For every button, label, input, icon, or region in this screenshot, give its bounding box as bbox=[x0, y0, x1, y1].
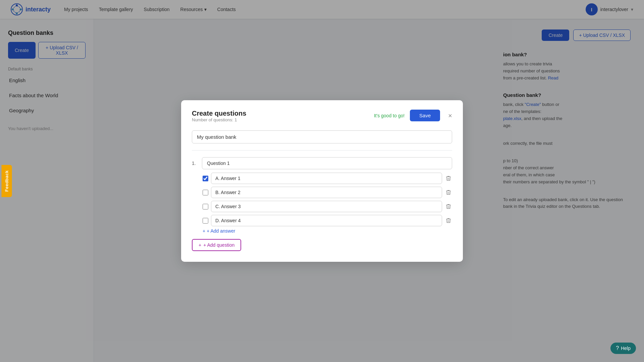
answer-input-c[interactable] bbox=[211, 201, 442, 212]
trash-icon bbox=[445, 218, 451, 224]
good-to-go-label: It's good to go! bbox=[374, 113, 405, 118]
delete-answer-d-button[interactable] bbox=[445, 217, 452, 224]
help-icon: ? bbox=[616, 345, 619, 351]
question-row-1: 1. bbox=[192, 157, 452, 169]
question-input-1[interactable] bbox=[202, 157, 452, 169]
feedback-tab[interactable]: Feedback bbox=[1, 165, 12, 197]
answer-row-a bbox=[203, 173, 452, 184]
modal-overlay: Create questions Number of questions: 1 … bbox=[0, 0, 644, 362]
modal-header: Create questions Number of questions: 1 … bbox=[192, 110, 452, 128]
answer-row-b bbox=[203, 187, 452, 198]
help-button[interactable]: ? Help bbox=[610, 343, 636, 354]
answer-checkbox-b[interactable] bbox=[203, 190, 208, 195]
delete-answer-a-button[interactable] bbox=[445, 175, 452, 182]
save-button[interactable]: Save bbox=[410, 110, 440, 121]
delete-answer-b-button[interactable] bbox=[445, 189, 452, 196]
answer-checkbox-a[interactable] bbox=[203, 176, 208, 181]
add-answer-button[interactable]: + + Add answer bbox=[192, 226, 235, 234]
modal-title: Create questions bbox=[192, 110, 246, 117]
delete-answer-c-button[interactable] bbox=[445, 203, 452, 210]
trash-icon bbox=[445, 189, 451, 195]
modal-divider bbox=[192, 150, 452, 150]
answers-list-1 bbox=[192, 173, 452, 226]
modal: Create questions Number of questions: 1 … bbox=[181, 100, 463, 262]
modal-title-group: Create questions Number of questions: 1 bbox=[192, 110, 246, 128]
answer-input-b[interactable] bbox=[211, 187, 442, 198]
answer-checkbox-d[interactable] bbox=[203, 218, 208, 224]
answer-row-c bbox=[203, 201, 452, 212]
trash-icon bbox=[445, 175, 451, 181]
add-question-button[interactable]: + + Add question bbox=[192, 239, 241, 251]
answer-input-d[interactable] bbox=[211, 215, 442, 226]
close-button[interactable]: × bbox=[448, 112, 452, 119]
plus-icon: + bbox=[203, 228, 205, 234]
modal-header-right: It's good to go! Save × bbox=[374, 110, 452, 121]
question-block-1: 1. bbox=[192, 157, 452, 234]
question-num-1: 1. bbox=[192, 161, 199, 166]
answer-input-a[interactable] bbox=[211, 173, 442, 184]
bank-name-input[interactable] bbox=[192, 130, 452, 143]
answer-row-d bbox=[203, 215, 452, 226]
answer-checkbox-c[interactable] bbox=[203, 204, 208, 209]
plus-icon-question: + bbox=[199, 242, 201, 248]
modal-subtitle: Number of questions: 1 bbox=[192, 117, 246, 122]
trash-icon bbox=[445, 203, 451, 209]
